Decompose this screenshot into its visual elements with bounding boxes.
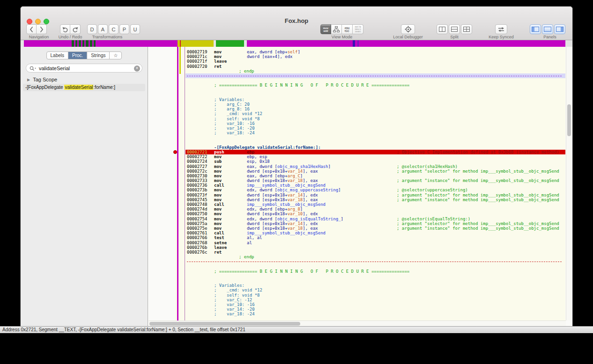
view-assembly-button[interactable]: movadd [320, 24, 331, 34]
forward-button[interactable] [37, 24, 47, 34]
local-debugger-button[interactable] [401, 24, 415, 34]
symbol-ref[interactable]: objc_msg_isEqualToString_ [277, 217, 341, 221]
address[interactable]: 00002750 [187, 211, 207, 216]
asm-line[interactable]: 0000276cret [185, 250, 565, 255]
minimap-segment[interactable] [75, 40, 77, 47]
asm-line[interactable]: 00002719moveax, dword [ebp+self] [185, 50, 565, 54]
transform-code-button[interactable]: C [109, 24, 119, 34]
split-vertical-button[interactable] [437, 24, 448, 34]
address[interactable]: 00002724 [187, 159, 207, 164]
address[interactable]: 00002727 [187, 164, 207, 169]
address[interactable]: 0000276c [187, 250, 207, 255]
address[interactable]: 00002745 [187, 197, 207, 202]
asm-line[interactable]: ; Variables: [185, 283, 565, 288]
address[interactable]: 00002768 [187, 240, 207, 245]
asm-line[interactable]: ; var_10: -16 [185, 121, 565, 126]
transform-data-button[interactable]: D [87, 24, 97, 34]
asm-line[interactable]: 00002736callimp___symbol_stub__objc_msgS… [185, 183, 565, 188]
vertical-scrollbar-thumb[interactable] [567, 104, 571, 136]
minimap-segment[interactable] [94, 40, 96, 47]
asm-line[interactable]: 0000273bmovedx, dword [objc_msg_uppercas… [185, 188, 565, 192]
minimap-segment[interactable] [357, 40, 359, 47]
symbol-ref[interactable]: objc_msg_sha1HexHash [277, 164, 328, 169]
address[interactable]: 00002733 [187, 178, 207, 183]
address[interactable]: 0000274d [187, 207, 207, 211]
asm-line[interactable]: 00002722movebp, esp [185, 154, 565, 159]
address[interactable]: 00002730 [187, 174, 207, 178]
split-horizontal-button[interactable] [449, 24, 460, 34]
asm-line[interactable]: ; var_14: -20 [185, 126, 565, 131]
asm-line-selected[interactable]: 00002721pushebp; Objective C Implementat… [185, 150, 565, 154]
address[interactable]: 00002766 [187, 235, 207, 240]
asm-line[interactable]: ; _cmd: void *12 [185, 111, 565, 116]
symbol-ref[interactable]: imp___symbol_stub__objc_msgSend [247, 183, 326, 188]
asm-line[interactable]: ; =============== B E G I N N I N G O F … [185, 83, 565, 87]
asm-line[interactable]: 0000274dmovedx, dword [ebp+arg_8] [185, 207, 565, 211]
minimap-segment[interactable] [216, 40, 244, 47]
asm-line[interactable]: ; var_14: -20 [185, 307, 565, 312]
asm-line[interactable]: 0000275amovdword [esp+0x18+var_14], edx;… [185, 221, 565, 226]
minimap-segment[interactable] [82, 40, 84, 47]
asm-line[interactable]: 0000272cmovdword [esp+0x18+var_14], eax;… [185, 169, 565, 174]
minimap[interactable] [21, 40, 572, 47]
address[interactable]: 0000271f [187, 59, 207, 64]
asm-line[interactable]: 0000275emovdword [esp+0x18+var_18], eax;… [185, 226, 565, 231]
minimap-segment[interactable] [244, 40, 247, 47]
address[interactable]: 0000275e [187, 226, 207, 231]
minimap-segment[interactable] [21, 40, 24, 47]
asm-line[interactable]: 00002766testal, al [185, 235, 565, 240]
address[interactable]: 00002720 [187, 64, 207, 69]
asm-line[interactable]: 00002745movdword [esp+0x18+var_18], eax;… [185, 197, 565, 202]
address[interactable]: 0000273f [187, 193, 207, 197]
asm-line[interactable]: ; var_18: -24 [185, 312, 565, 316]
minimap-segment[interactable] [72, 40, 74, 47]
asm-line[interactable]: 00002761callimp___symbol_stub__objc_msgS… [185, 231, 565, 235]
symbol-ref[interactable]: imp___symbol_stub__objc_msgSend [247, 202, 326, 207]
asm-line[interactable]: ; var_18: -24 [185, 131, 565, 135]
horizontal-scrollbar-thumb[interactable] [149, 322, 300, 326]
asm-line[interactable]: ; var_10: -16 [185, 302, 565, 307]
breakpoint-dot[interactable] [173, 150, 177, 154]
horizontal-scrollbar[interactable] [148, 320, 566, 326]
asm-line[interactable]: 0000273fmovdword [esp+0x18+var_14], edx;… [185, 193, 565, 197]
asm-line[interactable]: 00002720ret [185, 64, 565, 69]
search-result-item[interactable]: -[FoxAppDelegate validateSerial:forName:… [23, 84, 145, 91]
clear-search-button[interactable]: × [134, 66, 140, 72]
asm-line[interactable]: 00002730moveax, dword [ebp+arg_C] [185, 174, 565, 178]
address[interactable]: 00002748 [187, 202, 207, 207]
minimap-segment[interactable] [90, 40, 92, 47]
minimap-segment[interactable] [79, 40, 81, 47]
asm-line[interactable]: ; arg_8: 16 [185, 107, 565, 111]
view-cfg-button[interactable] [331, 24, 342, 34]
tab-labels[interactable]: Labels [47, 52, 68, 59]
asm-separator[interactable] [185, 259, 565, 264]
asm-line[interactable]: ; =============== B E G I N N I N G O F … [185, 269, 565, 274]
asm-line[interactable]: ; endp [185, 69, 565, 73]
redo-button[interactable] [70, 24, 81, 34]
transform-procedure-button[interactable]: P [119, 24, 129, 34]
asm-line[interactable]: 00002733movdword [esp+0x18+var_18], eax;… [185, 178, 565, 183]
minimap-segment[interactable] [86, 40, 89, 47]
tag-scope-disclosure[interactable]: ▶Tag Scope [27, 77, 57, 82]
address[interactable]: 0000273b [187, 188, 207, 192]
tab-favorites[interactable]: ☆ [110, 52, 121, 59]
view-pseudocode-button[interactable]: if(b)f(x): [342, 24, 353, 34]
tab-procedures[interactable]: Proc. [68, 52, 87, 59]
symbol-ref[interactable]: imp___symbol_stub__objc_msgSend [247, 231, 326, 235]
view-hex-button[interactable]: 48F7B9B0233A4A5 [353, 24, 363, 34]
search-input-value[interactable]: validateSerial [39, 65, 70, 72]
toggle-left-panel-button[interactable] [530, 24, 541, 34]
back-button[interactable] [26, 24, 37, 34]
minimap-segment[interactable] [178, 40, 214, 47]
address[interactable]: 00002721 [187, 150, 207, 154]
close-split-button[interactable] [461, 24, 472, 34]
asm-line[interactable]: 00002727moveax, dword [objc_msg_sha1HexH… [185, 164, 565, 169]
asm-line[interactable]: ; Variables: [185, 97, 565, 102]
asm-line[interactable]: 00002754movedx, dword [objc_msg_isEqualT… [185, 217, 565, 221]
asm-line[interactable]: ; self: void *8 [185, 293, 565, 298]
tab-strings[interactable]: Strings [87, 52, 110, 59]
undo-button[interactable] [60, 24, 70, 34]
asm-line[interactable]: 00002724subesp, 0x18 [185, 159, 565, 164]
address[interactable]: 0000276b [187, 245, 207, 250]
symbol-ref[interactable]: objc_msg_uppercaseString [277, 188, 338, 192]
